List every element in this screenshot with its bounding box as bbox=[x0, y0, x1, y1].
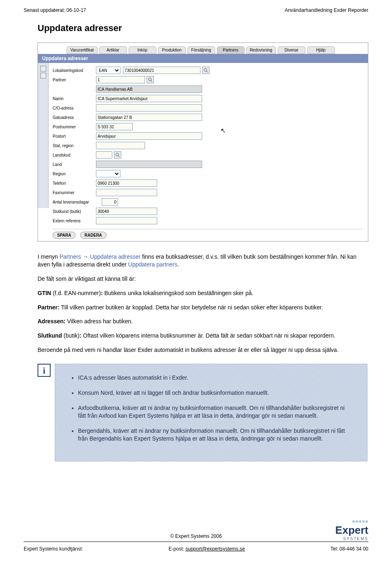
window-title: Uppdatera adresser bbox=[42, 56, 88, 61]
paragraph-2: De fält som är viktigast att känna till … bbox=[38, 275, 368, 283]
select-ean[interactable]: EAN bbox=[96, 67, 120, 74]
label-co: C/O-adress bbox=[53, 106, 96, 110]
input-stat[interactable] bbox=[96, 142, 145, 149]
link-uppdatera-adresser: Uppdatera adresser bbox=[90, 253, 140, 260]
paragraph-7: Beroende på med vem ni handlar läser Exd… bbox=[38, 346, 368, 354]
left-toolbar bbox=[38, 63, 49, 208]
info-icon bbox=[38, 364, 51, 377]
label-fax: Faxnummer bbox=[53, 190, 96, 195]
label-postnr: Postnummer bbox=[53, 125, 96, 129]
tab-varucertifikat[interactable]: Varucertifikat bbox=[67, 46, 98, 54]
tab-produktion[interactable]: Produktion bbox=[158, 46, 186, 54]
search-icon[interactable] bbox=[114, 151, 121, 159]
search-icon[interactable] bbox=[202, 67, 209, 74]
tab-forsaljning[interactable]: Försäljning bbox=[187, 46, 215, 54]
delete-button[interactable]: RADERA bbox=[80, 232, 107, 239]
label-telefon: Telefon bbox=[53, 181, 96, 186]
label-namn: Namn bbox=[53, 96, 96, 101]
info-row: ICA:s adresser läses automatiskt in i Ex… bbox=[38, 364, 368, 461]
label-slutkund: Slutkund (butik) bbox=[53, 209, 96, 214]
paragraph-4: Partner: Till vilken partner butiken är … bbox=[38, 304, 368, 311]
input-fax[interactable] bbox=[96, 189, 157, 196]
info-item: Bergendahls, kräver att ni ändrar ny but… bbox=[78, 427, 353, 443]
window-titlebar: Uppdatera adresser bbox=[38, 54, 368, 63]
info-box: ICA:s adresser läses automatiskt in i Ex… bbox=[55, 364, 368, 461]
paragraph-6: Slutkund (butik): Oftast vilken köparens… bbox=[38, 332, 368, 340]
paragraph-5: Adressen: Vilken adress har butiken. bbox=[38, 318, 368, 325]
link-partners: Partners bbox=[60, 253, 81, 260]
footer-right: Tel: 08-446 34 00 bbox=[330, 546, 368, 552]
label-extern: Extern referens bbox=[53, 219, 96, 223]
label-land: Land bbox=[53, 162, 96, 167]
app-screenshot: Varucertifikat Artiklar Inköp Produktion… bbox=[38, 43, 368, 242]
input-co[interactable] bbox=[96, 104, 202, 112]
header-left: Senast uppdaterat: 06-10-17 bbox=[24, 7, 86, 13]
display-partner-name bbox=[96, 85, 202, 93]
display-land bbox=[96, 161, 202, 168]
input-telefon[interactable] bbox=[96, 179, 157, 187]
link-uppdatera-partners: Uppdatera partners bbox=[128, 261, 178, 268]
input-postnr[interactable] bbox=[96, 123, 133, 130]
toolbar-icon[interactable] bbox=[40, 73, 46, 78]
header-right: Användarhandledning Exder Reporder bbox=[285, 7, 368, 13]
email-link[interactable]: support@expertsystems.se bbox=[185, 546, 245, 552]
label-lokaliseringskod: Lokaliseringskod bbox=[53, 68, 96, 73]
label-gatu: Gatuadress bbox=[53, 115, 96, 120]
toolbar-icon[interactable] bbox=[40, 66, 46, 72]
footer: © Expert Systems 2006 Expert Systems kun… bbox=[24, 533, 368, 552]
tab-artiklar[interactable]: Artiklar bbox=[99, 46, 127, 54]
search-icon[interactable] bbox=[147, 76, 154, 83]
input-extern[interactable] bbox=[96, 217, 157, 224]
footer-mid: E-post: support@expertsystems.se bbox=[169, 546, 245, 552]
page-header: Senast uppdaterat: 06-10-17 Användarhand… bbox=[0, 0, 392, 16]
label-region: Region bbox=[53, 172, 96, 176]
page-title: Uppdatera adresser bbox=[38, 23, 368, 34]
tab-diverse[interactable]: Diverse bbox=[278, 46, 305, 54]
label-stat: Stat, region bbox=[53, 143, 96, 148]
tab-bar: Varucertifikat Artiklar Inköp Produktion… bbox=[38, 43, 368, 54]
info-item: Axfoodbutikerna, kräver att ni ändrar ny… bbox=[78, 404, 353, 420]
footer-left: Expert Systems kundtjänst: bbox=[24, 546, 83, 552]
form-area: Lokaliseringskod EAN Partner Namn C/O-ad… bbox=[49, 63, 368, 241]
tab-inkop[interactable]: Inköp bbox=[129, 46, 156, 54]
input-lokaliseringskod[interactable] bbox=[123, 67, 200, 74]
label-partner: Partner bbox=[53, 78, 96, 82]
input-gatu[interactable] bbox=[96, 114, 202, 121]
cursor-icon: ↖ bbox=[220, 127, 226, 134]
paragraph-1: I menyn Partners → Uppdatera adresser fi… bbox=[38, 253, 368, 269]
label-postort: Postort bbox=[53, 134, 96, 139]
input-partner[interactable] bbox=[96, 76, 145, 83]
footer-copy: © Expert Systems 2006 bbox=[24, 533, 368, 539]
save-button[interactable]: SPARA bbox=[53, 232, 76, 239]
input-landskod[interactable] bbox=[96, 151, 112, 159]
input-namn[interactable] bbox=[96, 95, 202, 102]
label-leveransdagar: Antal leveransdagar bbox=[53, 200, 102, 204]
input-leveransdagar[interactable] bbox=[102, 198, 118, 206]
input-postort[interactable] bbox=[96, 132, 202, 140]
body-text: I menyn Partners → Uppdatera adresser fi… bbox=[38, 253, 368, 354]
input-slutkund[interactable] bbox=[96, 208, 157, 215]
label-landskod: Landskod bbox=[53, 153, 96, 157]
info-item: ICA:s adresser läses automatiskt in i Ex… bbox=[78, 374, 353, 382]
tab-hjalp[interactable]: Hjälp bbox=[307, 46, 335, 54]
tab-partners[interactable]: Partners bbox=[217, 46, 245, 54]
info-item: Konsum Nord, kräver att ni lägger till o… bbox=[78, 389, 353, 397]
paragraph-3: GTIN (f.d. EAN-nummer): Butikens unika l… bbox=[38, 289, 368, 297]
tab-redovisning[interactable]: Redovisning bbox=[246, 46, 276, 54]
select-region[interactable] bbox=[96, 170, 120, 177]
